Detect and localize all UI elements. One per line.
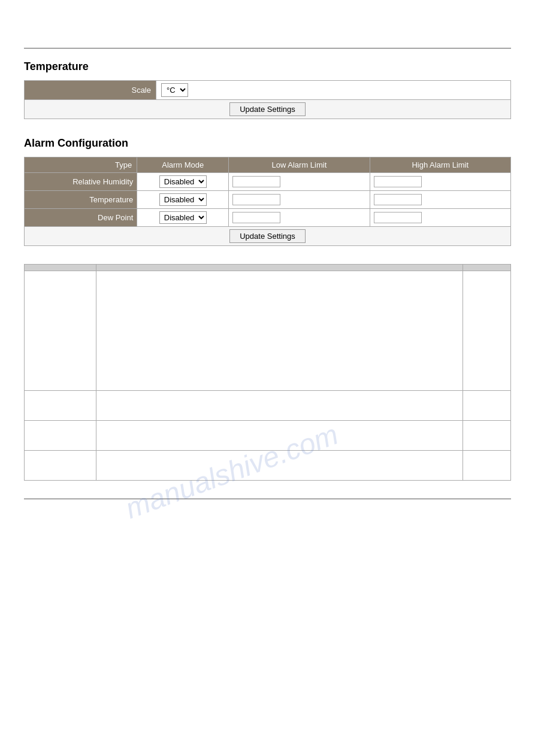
table-row xyxy=(25,451,511,481)
generic-row1-col2 xyxy=(96,271,463,391)
high-limit-input-humidity[interactable]: 100.0 xyxy=(374,176,422,187)
generic-col2-header xyxy=(96,265,463,271)
alarm-update-button[interactable]: Update Settings xyxy=(229,229,306,243)
low-limit-input-humidity[interactable]: 0.0 xyxy=(232,176,280,187)
high-limit-input-dewpoint[interactable]: 100.0 xyxy=(374,212,422,223)
scale-value-cell: °C °F xyxy=(156,81,511,100)
alarm-table: Type Alarm Mode Low Alarm Limit High Ala… xyxy=(24,157,511,246)
table-row: Dew Point Disabled Enabled -50.0 100.0 xyxy=(25,209,511,227)
high-limit-cell-humidity: 100.0 xyxy=(370,173,510,191)
table-row: Relative Humidity Disabled Enabled 0.0 1… xyxy=(25,173,511,191)
generic-col3-header xyxy=(463,265,511,271)
low-limit-cell-dewpoint: -50.0 xyxy=(229,209,370,227)
generic-row2-col1 xyxy=(25,391,96,421)
generic-table xyxy=(24,264,511,481)
mode-cell-humidity: Disabled Enabled xyxy=(137,173,229,191)
alarm-update-row: Update Settings xyxy=(25,227,511,246)
temperature-table: Scale °C °F Update Settings xyxy=(24,80,511,119)
mode-cell-temperature: Disabled Enabled xyxy=(137,191,229,209)
type-header: Type xyxy=(25,157,137,173)
high-limit-cell-temperature: 100.0 xyxy=(370,191,510,209)
low-alarm-limit-header: Low Alarm Limit xyxy=(229,157,370,173)
temperature-section: Temperature Scale °C °F Update Settings xyxy=(0,60,535,119)
scale-label: Scale xyxy=(25,81,156,100)
generic-col1-header xyxy=(25,265,96,271)
alarm-mode-header: Alarm Mode xyxy=(137,157,229,173)
table-row xyxy=(25,391,511,421)
alarm-update-cell: Update Settings xyxy=(25,227,511,246)
generic-row3-col2 xyxy=(96,421,463,451)
generic-row1-col3 xyxy=(463,271,511,391)
low-limit-input-dewpoint[interactable]: -50.0 xyxy=(232,212,280,223)
generic-section xyxy=(0,264,535,481)
generic-row2-col3 xyxy=(463,391,511,421)
high-limit-input-temperature[interactable]: 100.0 xyxy=(374,194,422,205)
low-limit-cell-temperature: -50.0 xyxy=(229,191,370,209)
top-divider xyxy=(24,48,511,48)
mode-select-dewpoint[interactable]: Disabled Enabled xyxy=(159,211,207,224)
alarm-section: Alarm Configuration Type Alarm Mode Low … xyxy=(0,137,535,246)
generic-row2-col2 xyxy=(96,391,463,421)
mode-select-humidity[interactable]: Disabled Enabled xyxy=(159,175,207,188)
bottom-divider xyxy=(24,499,511,499)
scale-select[interactable]: °C °F xyxy=(161,83,188,97)
high-limit-cell-dewpoint: 100.0 xyxy=(370,209,510,227)
row-type-temperature: Temperature xyxy=(25,191,137,209)
row-type-humidity: Relative Humidity xyxy=(25,173,137,191)
mode-cell-dewpoint: Disabled Enabled xyxy=(137,209,229,227)
mode-select-temperature[interactable]: Disabled Enabled xyxy=(159,193,207,206)
table-row xyxy=(25,271,511,391)
temperature-update-button[interactable]: Update Settings xyxy=(229,102,306,116)
generic-row4-col3 xyxy=(463,451,511,481)
table-row: Temperature Disabled Enabled -50.0 100.0 xyxy=(25,191,511,209)
alarm-title: Alarm Configuration xyxy=(24,137,511,150)
generic-row1-col1 xyxy=(25,271,96,391)
row-type-dewpoint: Dew Point xyxy=(25,209,137,227)
generic-row3-col3 xyxy=(463,421,511,451)
low-limit-cell-humidity: 0.0 xyxy=(229,173,370,191)
generic-row4-col2 xyxy=(96,451,463,481)
generic-row3-col1 xyxy=(25,421,96,451)
high-alarm-limit-header: High Alarm Limit xyxy=(370,157,510,173)
update-settings-cell: Update Settings xyxy=(25,100,511,119)
low-limit-input-temperature[interactable]: -50.0 xyxy=(232,194,280,205)
temperature-title: Temperature xyxy=(24,60,511,73)
generic-row4-col1 xyxy=(25,451,96,481)
table-row xyxy=(25,421,511,451)
